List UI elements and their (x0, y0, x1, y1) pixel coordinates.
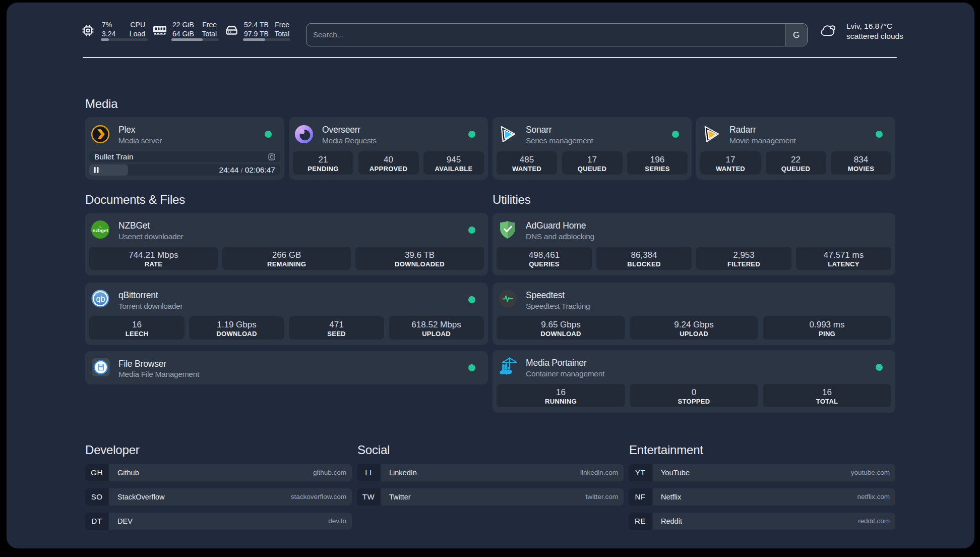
svg-text:nzbget: nzbget (93, 228, 109, 233)
svg-text:qb: qb (96, 295, 105, 303)
